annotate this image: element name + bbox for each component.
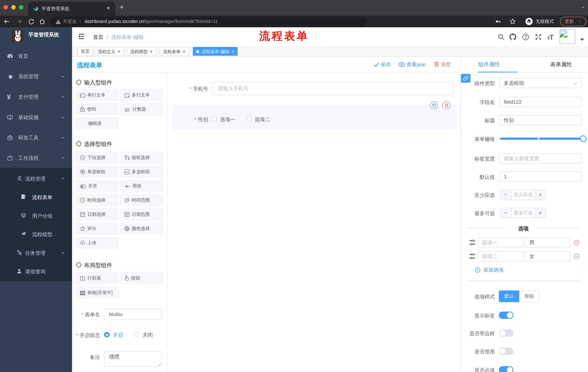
svg-text:123: 123 xyxy=(125,108,129,111)
